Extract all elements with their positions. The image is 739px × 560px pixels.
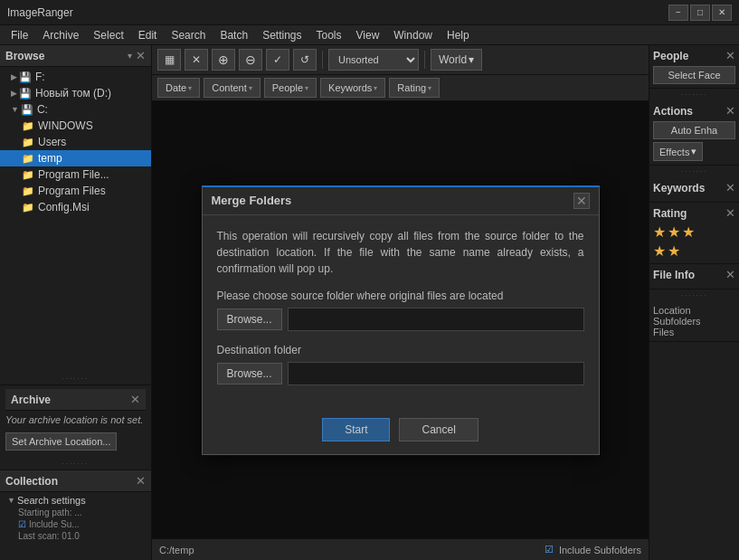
- menu-window[interactable]: Window: [386, 27, 440, 43]
- date-filter-btn[interactable]: Date ▾: [157, 78, 200, 98]
- scroll-indicator: ·······: [0, 373, 151, 384]
- actions-close-icon[interactable]: ✕: [725, 104, 735, 118]
- menu-search[interactable]: Search: [164, 27, 213, 43]
- date-label: Date: [166, 82, 186, 93]
- zoom-in-btn[interactable]: ⊕: [212, 49, 235, 71]
- dialog-description: This operation will recursively copy all…: [217, 228, 584, 277]
- tree-item-c[interactable]: ▼ 💾 C:: [0, 101, 151, 118]
- center-area: ▦ ✕ ⊕ ⊖ ✓ ↺ Unsorted World ▾ Date ▾ Cont…: [152, 45, 649, 560]
- collection-search-settings[interactable]: ▼ Search settings: [4, 494, 147, 507]
- dialog-body: This operation will recursively copy all…: [203, 215, 599, 411]
- status-right: ☑ Include Subfolders: [545, 544, 641, 555]
- tree-item-f[interactable]: ▶ 💾 F:: [0, 69, 151, 85]
- status-bar: C:/temp ☑ Include Subfolders: [152, 538, 649, 560]
- collection-starting-path: Starting path: ...: [4, 507, 147, 518]
- effects-btn[interactable]: Effects ▾: [653, 142, 703, 161]
- include-subfolders-checkbox[interactable]: ☑: [545, 544, 554, 555]
- check-btn[interactable]: ✓: [266, 49, 289, 71]
- scroll-indicator-right-1: ·······: [649, 89, 739, 100]
- tree-item-programfiles2[interactable]: 📁 Program Files: [0, 183, 151, 199]
- tree-item-programfiles1[interactable]: 📁 Program File...: [0, 166, 151, 183]
- tree-item-d[interactable]: ▶ 💾 Новый том (D:): [0, 85, 151, 101]
- menu-file[interactable]: File: [4, 27, 35, 43]
- star-5[interactable]: ★: [668, 242, 680, 260]
- folder-icon: 📁: [22, 137, 34, 148]
- dialog-title: Merge Folders: [212, 194, 292, 207]
- world-btn[interactable]: World ▾: [431, 49, 482, 71]
- browse-arrow-icon[interactable]: ▾: [128, 51, 132, 61]
- maximize-button[interactable]: □: [690, 5, 710, 21]
- main-layout: Browse ▾ ✕ ▶ 💾 F: ▶ 💾 Новый том (D:): [0, 45, 739, 560]
- star-2[interactable]: ★: [668, 223, 680, 241]
- select-face-btn[interactable]: Select Face: [653, 66, 735, 84]
- zoom-out-btn[interactable]: ⊖: [239, 49, 262, 71]
- menu-batch[interactable]: Batch: [213, 27, 255, 43]
- keywords-filter-btn[interactable]: Keywords ▾: [320, 78, 385, 98]
- filter-bar: Date ▾ Content ▾ People ▾ Keywords ▾ Rat…: [152, 75, 649, 101]
- close-button[interactable]: ✕: [712, 5, 732, 21]
- sort-select[interactable]: Unsorted: [328, 49, 419, 71]
- menu-archive[interactable]: Archive: [35, 27, 86, 43]
- star-4[interactable]: ★: [653, 242, 666, 260]
- folder-temp-label: temp: [38, 152, 62, 165]
- rating-label: Rating: [397, 82, 426, 93]
- dialog-title-bar: Merge Folders ✕: [203, 187, 599, 215]
- archive-close-icon[interactable]: ✕: [130, 393, 140, 406]
- collection-include-sub[interactable]: ☑ Include Su...: [4, 518, 147, 530]
- cancel-btn[interactable]: Cancel: [399, 418, 478, 441]
- tree-item-users[interactable]: 📁 Users: [0, 134, 151, 150]
- browse-close-icon[interactable]: ✕: [136, 49, 146, 62]
- collection-close-icon[interactable]: ✕: [136, 474, 146, 488]
- content-area: Merge Folders ✕ This operation will recu…: [152, 101, 649, 538]
- keywords-close-icon[interactable]: ✕: [725, 181, 735, 195]
- effects-label: Effects: [659, 147, 689, 157]
- rating-close-icon[interactable]: ✕: [725, 206, 735, 220]
- folder-icon: 📁: [22, 120, 34, 132]
- tree-item-configmsi[interactable]: 📁 Config.Msi: [0, 199, 151, 215]
- star-3[interactable]: ★: [682, 223, 695, 241]
- refresh-btn[interactable]: ↺: [293, 49, 317, 71]
- file-tree: ▶ 💾 F: ▶ 💾 Новый том (D:) ▼ 💾 C:: [0, 67, 151, 373]
- source-browse-btn[interactable]: Browse...: [217, 308, 282, 330]
- minimize-button[interactable]: −: [668, 5, 688, 21]
- source-path-input[interactable]: [288, 308, 584, 331]
- folder-windows-label: WINDOWS: [38, 119, 93, 132]
- menu-help[interactable]: Help: [440, 27, 477, 43]
- dialog-close-btn[interactable]: ✕: [573, 193, 590, 209]
- folder-icon: 📁: [22, 153, 34, 165]
- menu-select[interactable]: Select: [86, 27, 130, 43]
- tree-item-temp[interactable]: 📁 temp: [0, 150, 151, 166]
- grid-view-btn[interactable]: ▦: [157, 49, 181, 71]
- dest-browse-btn[interactable]: Browse...: [217, 363, 282, 384]
- menu-view[interactable]: View: [349, 27, 387, 43]
- expand-icon: ▶: [11, 72, 17, 81]
- include-sub-label: Include Su...: [29, 519, 80, 529]
- set-archive-btn[interactable]: Set Archive Location...: [5, 432, 117, 451]
- dest-path-input[interactable]: [288, 362, 584, 385]
- tree-item-windows[interactable]: 📁 WINDOWS: [0, 118, 151, 134]
- keywords-header: Keywords ✕: [653, 181, 735, 195]
- left-panel: Browse ▾ ✕ ▶ 💾 F: ▶ 💾 Новый том (D:): [0, 45, 152, 560]
- menu-settings[interactable]: Settings: [255, 27, 308, 43]
- auto-enhance-btn[interactable]: Auto Enha: [653, 121, 735, 139]
- date-arrow-icon: ▾: [188, 84, 192, 92]
- menu-edit[interactable]: Edit: [131, 27, 165, 43]
- starting-path-label: Starting path: ...: [18, 508, 82, 517]
- folder-pf1-label: Program File...: [38, 168, 109, 181]
- file-info-close-icon[interactable]: ✕: [725, 268, 735, 281]
- star-1[interactable]: ★: [653, 223, 666, 241]
- content-filter-btn[interactable]: Content ▾: [204, 78, 261, 98]
- people-filter-btn[interactable]: People ▾: [264, 78, 317, 98]
- scroll-indicator-right-2: ·······: [649, 166, 739, 177]
- drive-icon: 💾: [19, 71, 32, 83]
- rating-filter-btn[interactable]: Rating ▾: [389, 78, 440, 98]
- menu-tools[interactable]: Tools: [308, 27, 348, 43]
- start-btn[interactable]: Start: [322, 418, 390, 441]
- people-close-icon[interactable]: ✕: [725, 49, 735, 62]
- merge-folders-dialog: Merge Folders ✕ This operation will recu…: [202, 185, 600, 455]
- folder-config-label: Config.Msi: [38, 201, 90, 214]
- rating-header: Rating ✕: [653, 206, 735, 220]
- cross-btn[interactable]: ✕: [185, 49, 208, 71]
- browse-panel: Browse ▾ ✕ ▶ 💾 F: ▶ 💾 Новый том (D:): [0, 45, 151, 373]
- drive-icon: 💾: [21, 104, 33, 116]
